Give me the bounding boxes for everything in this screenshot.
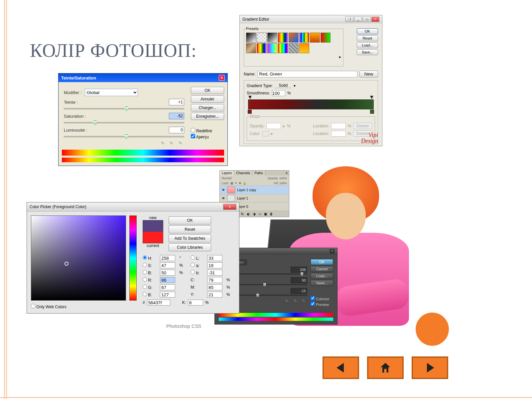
lock-transp-icon[interactable]: ▦ bbox=[230, 182, 233, 185]
cancel-button[interactable]: Cancel bbox=[311, 266, 333, 272]
name-input[interactable] bbox=[257, 71, 357, 77]
save-button[interactable]: Save... bbox=[357, 49, 378, 55]
modifier-select[interactable]: Global bbox=[85, 89, 138, 96]
save-button[interactable]: Save... bbox=[311, 280, 333, 286]
teinte-slider[interactable] bbox=[64, 108, 184, 109]
delete-button[interactable]: Delete bbox=[353, 123, 372, 129]
preset-swatch[interactable] bbox=[278, 43, 288, 53]
preset-swatch[interactable] bbox=[299, 33, 309, 43]
c-input[interactable] bbox=[207, 277, 222, 283]
home-button[interactable] bbox=[367, 356, 404, 379]
m-input[interactable] bbox=[207, 284, 222, 290]
blab-radio[interactable]: b: bbox=[191, 270, 204, 275]
eyedroppers-icon[interactable]: ✎ ✎ ✎ bbox=[64, 141, 184, 146]
brgb-radio[interactable]: B: bbox=[143, 292, 157, 297]
h-radio[interactable]: H: bbox=[143, 255, 157, 261]
tab-layers[interactable]: Layers bbox=[220, 171, 234, 176]
help-icon[interactable]: ❍ bbox=[345, 17, 353, 22]
layer-row[interactable]: 👁 Layer 1 copy bbox=[220, 186, 289, 194]
charger-button[interactable]: Charger... bbox=[191, 104, 224, 111]
eye-icon[interactable]: 👁 bbox=[221, 197, 226, 200]
color-libraries-button[interactable]: Color Libraries bbox=[169, 243, 211, 251]
opacity-location-input[interactable] bbox=[331, 123, 346, 129]
hex-input[interactable] bbox=[147, 300, 170, 306]
preset-swatch[interactable] bbox=[289, 33, 299, 43]
blab-input[interactable] bbox=[207, 270, 222, 276]
g-input[interactable] bbox=[160, 284, 175, 290]
lock-brush-icon[interactable]: ✎ bbox=[235, 182, 237, 185]
redefinir-check[interactable]: Redéfinir bbox=[191, 129, 212, 133]
a-input[interactable] bbox=[207, 262, 222, 268]
a-radio[interactable]: a: bbox=[191, 263, 204, 268]
ok-button[interactable]: OK bbox=[191, 87, 224, 94]
reset-button[interactable]: Reset bbox=[357, 35, 378, 41]
preset-swatch[interactable] bbox=[321, 33, 331, 43]
hue-bar[interactable] bbox=[129, 215, 137, 301]
gtype-value[interactable]: Solid bbox=[275, 83, 292, 88]
preset-swatch[interactable] bbox=[289, 43, 299, 53]
panel-menu-icon[interactable]: ≡ bbox=[284, 171, 289, 176]
h-input[interactable] bbox=[160, 255, 175, 261]
light-input[interactable] bbox=[291, 288, 307, 294]
preset-swatch[interactable] bbox=[246, 43, 256, 53]
preset-swatch[interactable] bbox=[267, 43, 277, 53]
only-web-check[interactable]: Only Web Colors bbox=[31, 305, 66, 309]
color-field[interactable] bbox=[31, 215, 126, 301]
g-radio[interactable]: G: bbox=[143, 285, 157, 290]
load-button[interactable]: Load... bbox=[357, 42, 378, 48]
close-icon[interactable]: × bbox=[371, 17, 379, 22]
teinte-input[interactable] bbox=[169, 99, 184, 105]
minimize-icon[interactable]: _ bbox=[354, 17, 362, 22]
s-radio[interactable]: S: bbox=[143, 263, 157, 268]
blend-mode[interactable]: Normal bbox=[222, 177, 231, 180]
preset-swatch[interactable] bbox=[246, 33, 256, 43]
lock-all-icon[interactable]: 🔒 bbox=[243, 182, 246, 185]
l-radio[interactable]: L: bbox=[191, 255, 204, 261]
annuler-button[interactable]: Annuler bbox=[191, 95, 224, 103]
ok-button[interactable]: OK bbox=[311, 259, 333, 265]
trash-icon[interactable]: 🗑 bbox=[270, 212, 273, 216]
color-swatch[interactable] bbox=[262, 131, 269, 136]
luminosite-slider[interactable] bbox=[64, 136, 184, 137]
colorize-check[interactable]: Colorize bbox=[311, 297, 329, 301]
add-swatches-button[interactable]: Add To Swatches bbox=[169, 234, 211, 242]
close-icon[interactable]: × bbox=[219, 75, 225, 81]
new-layer-icon[interactable]: ▣ bbox=[264, 212, 267, 216]
luminosite-input[interactable] bbox=[169, 127, 184, 133]
k-input[interactable] bbox=[188, 300, 203, 306]
next-button[interactable] bbox=[412, 356, 448, 379]
eye-icon[interactable]: 👁 bbox=[221, 188, 226, 192]
preset-swatch[interactable] bbox=[278, 33, 288, 43]
preset-swatch[interactable] bbox=[299, 43, 309, 53]
preset-swatch[interactable] bbox=[267, 33, 277, 43]
r-radio[interactable]: R: bbox=[143, 277, 157, 283]
l-input[interactable] bbox=[207, 255, 222, 261]
enregistrer-button[interactable]: Enregistrer... bbox=[191, 113, 224, 120]
bhsb-input[interactable] bbox=[160, 270, 175, 276]
apercu-check[interactable]: Aperçu bbox=[191, 135, 209, 139]
close-icon[interactable]: × bbox=[223, 204, 236, 210]
hue-input[interactable] bbox=[291, 267, 307, 273]
adjustment-icon[interactable]: ◑ bbox=[253, 212, 256, 216]
preset-swatch[interactable] bbox=[257, 33, 267, 43]
saturation-slider[interactable] bbox=[64, 122, 184, 123]
sat-input[interactable] bbox=[291, 277, 307, 283]
bhsb-radio[interactable]: B: bbox=[143, 270, 157, 275]
prev-button[interactable] bbox=[323, 356, 359, 379]
new-button[interactable]: New bbox=[359, 70, 378, 77]
close-icon[interactable]: × bbox=[330, 249, 334, 254]
tab-channels[interactable]: Channels bbox=[234, 171, 252, 176]
layer-row[interactable]: 👁 Layer 1 bbox=[220, 194, 289, 202]
y-input[interactable] bbox=[207, 292, 222, 298]
s-input[interactable] bbox=[160, 262, 175, 268]
presets-arrow-icon[interactable]: ▸ bbox=[246, 55, 341, 59]
reset-button[interactable]: Reset bbox=[169, 225, 211, 233]
gradient-bar[interactable] bbox=[248, 99, 374, 109]
fx-icon[interactable]: fx. bbox=[241, 212, 245, 216]
opacity-input[interactable] bbox=[266, 123, 281, 129]
saturation-input[interactable] bbox=[169, 113, 184, 119]
folder-icon[interactable]: ▭ bbox=[258, 212, 261, 216]
preview-check[interactable]: Preview bbox=[311, 303, 329, 307]
brgb-input[interactable] bbox=[160, 292, 175, 298]
ok-button[interactable]: OK bbox=[357, 28, 378, 34]
